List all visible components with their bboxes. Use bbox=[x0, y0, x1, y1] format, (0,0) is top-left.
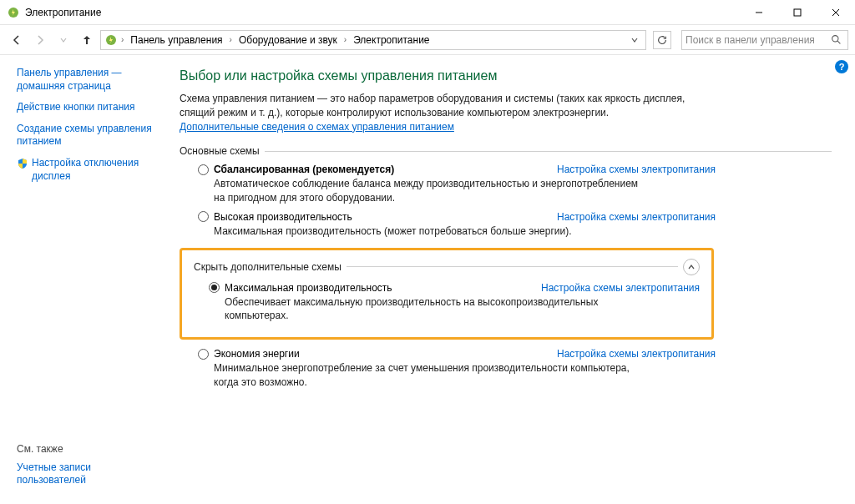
forward-button[interactable] bbox=[30, 30, 50, 50]
up-button[interactable] bbox=[77, 30, 97, 50]
breadcrumb[interactable]: › Панель управления › Оборудование и зву… bbox=[100, 30, 646, 50]
main-content: Выбор или настройка схемы управления пит… bbox=[163, 55, 855, 504]
plan-radio[interactable] bbox=[198, 349, 209, 360]
plan-radio[interactable] bbox=[209, 282, 220, 293]
see-also-heading: См. также bbox=[17, 443, 154, 455]
plan-balanced: Сбалансированная (рекомендуется) Настрой… bbox=[198, 164, 716, 204]
window-title: Электропитание bbox=[25, 7, 101, 18]
additional-plans-box: Скрыть дополнительные схемы Максимальная… bbox=[180, 248, 714, 340]
navbar: › Панель управления › Оборудование и зву… bbox=[0, 25, 855, 55]
chevron-right-icon[interactable]: › bbox=[228, 35, 234, 44]
help-button[interactable]: ? bbox=[835, 60, 848, 73]
plan-high-performance: Высокая производительность Настройка схе… bbox=[198, 211, 716, 238]
breadcrumb-item[interactable]: Панель управления bbox=[127, 34, 225, 46]
breadcrumb-item[interactable]: Оборудование и звук bbox=[235, 34, 341, 46]
sidebar-see-also-link[interactable]: Учетные записи пользователей bbox=[17, 461, 154, 487]
description-text: Схема управления питанием — это набор па… bbox=[180, 93, 685, 118]
plan-settings-link[interactable]: Настройка схемы электропитания bbox=[557, 348, 716, 360]
plan-radio[interactable] bbox=[198, 211, 209, 222]
plan-power-saver: Экономия энергии Настройка схемы электро… bbox=[198, 348, 716, 388]
group-additional-label[interactable]: Скрыть дополнительные схемы bbox=[194, 261, 341, 273]
search-input[interactable] bbox=[686, 34, 831, 46]
group-basic-header: Основные схемы bbox=[180, 145, 832, 157]
back-button[interactable] bbox=[7, 30, 27, 50]
close-button[interactable] bbox=[817, 0, 855, 25]
window-controls bbox=[740, 0, 855, 25]
page-title: Выбор или настройка схемы управления пит… bbox=[180, 68, 832, 83]
plan-name[interactable]: Экономия энергии bbox=[214, 348, 300, 360]
maximize-button[interactable] bbox=[778, 0, 817, 25]
shield-icon bbox=[17, 158, 28, 169]
group-additional-header: Скрыть дополнительные схемы bbox=[194, 259, 700, 275]
plan-description: Обеспечивает максимальную производительн… bbox=[225, 295, 659, 322]
plan-settings-link[interactable]: Настройка схемы электропитания bbox=[541, 282, 700, 294]
recent-locations-dropdown[interactable] bbox=[53, 30, 73, 50]
plan-ultimate-performance: Максимальная производительность Настройк… bbox=[209, 282, 700, 322]
sidebar-link[interactable]: Действие кнопки питания bbox=[17, 101, 154, 114]
plan-name[interactable]: Высокая производительность bbox=[214, 211, 352, 223]
plan-name[interactable]: Сбалансированная (рекомендуется) bbox=[214, 164, 394, 175]
plan-settings-link[interactable]: Настройка схемы электропитания bbox=[557, 211, 716, 223]
plan-settings-link[interactable]: Настройка схемы электропитания bbox=[557, 164, 716, 175]
power-options-icon bbox=[104, 33, 118, 47]
sidebar-link[interactable]: Создание схемы управления питанием bbox=[17, 123, 154, 149]
plan-radio[interactable] bbox=[198, 164, 209, 175]
collapse-button[interactable] bbox=[683, 259, 700, 275]
sidebar-link[interactable]: Настройка отключения дисплея bbox=[32, 157, 154, 183]
page-description: Схема управления питанием — это набор па… bbox=[180, 92, 714, 134]
address-dropdown[interactable] bbox=[627, 31, 642, 49]
svg-point-6 bbox=[832, 36, 838, 42]
chevron-right-icon[interactable]: › bbox=[119, 35, 125, 44]
plan-description: Минимальное энергопотребление за счет ум… bbox=[214, 361, 648, 388]
sidebar: Панель управления — домашняя страница Де… bbox=[0, 55, 163, 504]
chevron-right-icon[interactable]: › bbox=[342, 35, 348, 44]
power-options-icon bbox=[7, 6, 20, 19]
search-box[interactable] bbox=[681, 30, 848, 50]
svg-line-7 bbox=[837, 41, 840, 43]
svg-rect-2 bbox=[794, 9, 801, 16]
titlebar: Электропитание bbox=[0, 0, 855, 25]
learn-more-link[interactable]: Дополнительные сведения о схемах управле… bbox=[180, 121, 454, 133]
sidebar-home-link[interactable]: Панель управления — домашняя страница bbox=[17, 67, 154, 93]
minimize-button[interactable] bbox=[740, 0, 778, 25]
plan-description: Автоматическое соблюдение баланса между … bbox=[214, 177, 648, 204]
breadcrumb-item[interactable]: Электропитание bbox=[350, 34, 433, 46]
refresh-button[interactable] bbox=[653, 31, 671, 49]
search-icon[interactable] bbox=[831, 34, 844, 45]
group-basic-label: Основные схемы bbox=[180, 145, 260, 157]
plan-description: Максимальная производительность (может п… bbox=[214, 224, 648, 238]
plan-name[interactable]: Максимальная производительность bbox=[225, 282, 392, 294]
